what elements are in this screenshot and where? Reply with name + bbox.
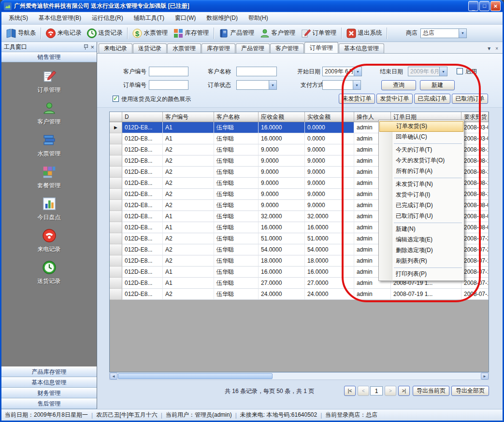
pay-method-select[interactable]: ▼ — [322, 80, 361, 90]
order-status-filter-button-2[interactable]: 发货中订单 — [376, 94, 413, 104]
table-row[interactable]: 012D-E8...A2伍华聪24.000024.0000admin2008-0… — [110, 289, 489, 300]
first-page-button[interactable]: |< — [344, 386, 356, 396]
context-menu-item-5[interactable]: 今天的发货订单(O) — [379, 155, 463, 166]
customer-no-input[interactable] — [149, 67, 188, 76]
chevron-down-icon[interactable]: ▼ — [354, 67, 361, 76]
tab-7[interactable]: 订单管理 — [304, 42, 338, 53]
column-header-8[interactable]: 要求到货日期 — [461, 112, 489, 122]
menu-item-2[interactable]: 基本信息管理(B) — [33, 12, 86, 24]
enable-checkbox[interactable] — [457, 68, 463, 74]
scroll-left-icon[interactable]: ◄ — [110, 373, 117, 380]
new-button[interactable]: 新建 — [420, 80, 455, 90]
end-date-select[interactable]: 2009年 6月 8日 ▼ — [408, 67, 447, 76]
context-menu-item-6[interactable]: 所有的订单(A) — [379, 166, 463, 177]
column-header-2[interactable]: 客户编号 — [163, 112, 214, 122]
tab-4[interactable]: 库存管理 — [202, 43, 235, 53]
horizontal-scrollbar[interactable]: ◄ ► — [109, 372, 489, 380]
tab-5[interactable]: 产品管理 — [236, 43, 270, 53]
toolbar-button-nav[interactable]: 导航条 — [3, 27, 39, 40]
maximize-button[interactable]: □ — [479, 1, 490, 11]
query-button[interactable]: 查询 — [381, 80, 416, 90]
sidebar-item-clock[interactable]: 送货记录 — [20, 260, 78, 290]
context-menu-item-16[interactable]: 刷新列表(R) — [379, 256, 463, 267]
column-header-1[interactable]: D — [122, 112, 163, 122]
context-menu-item-11[interactable]: 已取消订单(U) — [379, 211, 463, 222]
order-status-filter-button-1[interactable]: 未发货订单 — [339, 94, 375, 104]
courier-color-checkbox[interactable] — [113, 96, 119, 102]
context-menu-item-8[interactable]: 未发货订单(N) — [379, 179, 463, 190]
sidebar-item-package[interactable]: 套餐管理 — [20, 165, 78, 195]
menu-item-6[interactable]: 数据维护(D) — [201, 12, 243, 24]
order-status-select[interactable]: ▼ — [236, 80, 277, 90]
customer-name-input[interactable] — [236, 67, 277, 76]
cell: 2008-03-07 1... — [461, 133, 489, 144]
sidebar-close-icon[interactable]: × — [90, 44, 94, 50]
sidebar-group-sales[interactable]: 销售管理 — [1, 52, 97, 62]
sidebar-item-order[interactable]: 订单管理 — [20, 69, 78, 99]
next-page-button[interactable]: > — [385, 386, 396, 396]
menu-item-3[interactable]: 运行信息(R) — [86, 12, 129, 24]
chevron-down-icon[interactable]: ▼ — [269, 81, 276, 89]
export-all-pages-button[interactable]: 导出全部页 — [451, 386, 489, 396]
export-current-page-button[interactable]: 导出当前页 — [413, 386, 449, 396]
menu-separator — [394, 223, 462, 223]
tab-close-icon[interactable]: × — [495, 46, 498, 51]
tab-6[interactable]: 客户管理 — [270, 43, 304, 53]
sidebar-item-chart[interactable]: 今日盘点 — [20, 197, 78, 226]
minimize-button[interactable]: _ — [468, 1, 478, 11]
cell: 24.0000 — [305, 289, 354, 300]
pin-icon[interactable] — [83, 44, 88, 50]
last-page-button[interactable]: >| — [398, 386, 410, 396]
context-menu-item-10[interactable]: 已完成订单(D) — [379, 200, 463, 211]
sidebar-group-2[interactable]: 基本信息管理 — [1, 377, 97, 388]
toolbar-separator — [387, 28, 387, 39]
tab-1[interactable]: 来电记录 — [99, 43, 132, 53]
close-button[interactable]: × — [490, 1, 501, 11]
order-status-filter-button-4[interactable]: 已取消订单 — [452, 94, 488, 104]
store-select[interactable]: 总店 ▼ — [420, 28, 467, 38]
sidebar-group-3[interactable]: 财务管理 — [1, 388, 97, 398]
context-menu-item-15[interactable]: 删除选定项(D) — [379, 245, 463, 256]
menu-item-1[interactable]: 系统(S) — [3, 12, 33, 24]
toolbar-button-clock[interactable]: 送货记录 — [84, 27, 125, 40]
toolbar-button-product[interactable]: 产品管理 — [216, 27, 257, 40]
chevron-down-icon[interactable]: ▼ — [439, 67, 447, 76]
toolbar-button-phone[interactable]: 来电记录 — [43, 27, 84, 40]
toolbar-button-dollar[interactable]: $水票管理 — [130, 27, 171, 40]
tab-2[interactable]: 送货记录 — [133, 43, 167, 53]
context-menu-item-2[interactable]: 回单确认(C) — [379, 132, 463, 142]
sidebar-item-ticket[interactable]: 水票管理 — [20, 133, 78, 163]
chevron-down-icon[interactable]: ▼ — [353, 81, 360, 89]
chevron-down-icon[interactable]: ▼ — [459, 29, 466, 38]
tab-8[interactable]: 基本信息管理 — [339, 43, 384, 53]
sidebar-item-phone[interactable]: 来电记录 — [20, 228, 78, 258]
scroll-right-icon[interactable]: ► — [481, 373, 489, 380]
menu-item-5[interactable]: 窗口(W) — [170, 12, 201, 24]
order-status-filter-button-3[interactable]: 已完成订单 — [414, 94, 450, 104]
context-menu-item-9[interactable]: 发货中订单(I) — [379, 190, 463, 200]
context-menu-item-13[interactable]: 新建(N) — [379, 224, 463, 235]
prev-page-button[interactable]: < — [358, 386, 369, 396]
sidebar-item-customer[interactable]: 客户管理 — [20, 101, 78, 131]
sidebar-group-4[interactable]: 售后管理 — [1, 398, 97, 409]
toolbar-button-inventory[interactable]: 库存管理 — [171, 27, 212, 40]
sidebar-group-1[interactable]: 产品库存管理 — [1, 366, 97, 377]
toolbar-button-customer[interactable]: 客户管理 — [257, 27, 298, 40]
context-menu-item-1[interactable]: 订单发货(S) — [379, 121, 463, 132]
context-menu-item-14[interactable]: 编辑选定项(E) — [379, 235, 463, 245]
page-number-input[interactable] — [370, 386, 383, 395]
column-header-3[interactable]: 客户名称 — [214, 112, 259, 122]
toolbar-button-exit[interactable]: 退出系统 — [344, 27, 385, 40]
scrollbar-thumb[interactable] — [118, 373, 273, 379]
order-no-input[interactable] — [149, 80, 188, 90]
context-menu-item-18[interactable]: 打印列表(P) — [379, 269, 463, 280]
context-menu-item-4[interactable]: 今天的订单(T) — [379, 145, 463, 155]
toolbar-button-order[interactable]: 订单管理 — [298, 27, 339, 40]
tab-3[interactable]: 水票管理 — [167, 43, 201, 53]
start-date-select[interactable]: 2009年 6月 8日 ▼ — [322, 67, 362, 76]
tab-dropdown-icon[interactable]: ▼ — [487, 46, 491, 51]
column-header-5[interactable]: 实收金额 — [305, 112, 354, 122]
menu-item-4[interactable]: 辅助工具(T) — [129, 12, 170, 24]
menu-item-7[interactable]: 帮助(H) — [243, 12, 274, 24]
column-header-4[interactable]: 应收金额 — [259, 112, 305, 122]
